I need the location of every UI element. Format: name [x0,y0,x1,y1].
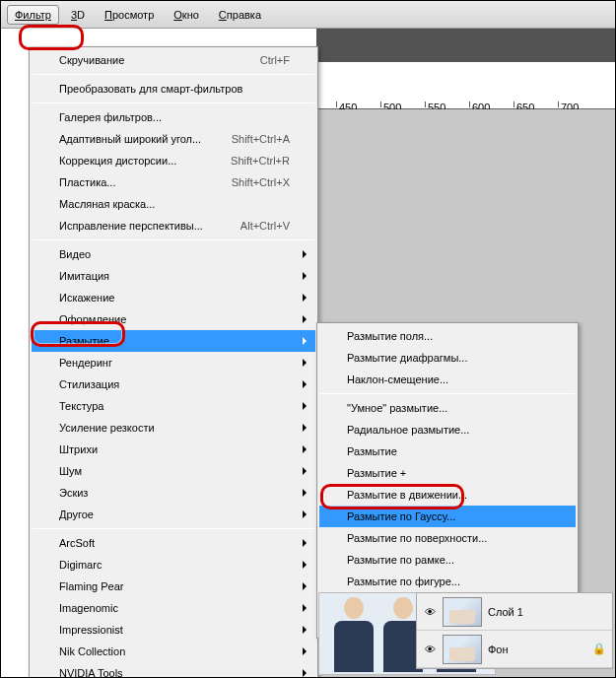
mi-texture[interactable]: Текстура [32,395,315,417]
mi-adaptive-wide[interactable]: Адаптивный широкий угол...Shift+Ctrl+A [32,128,315,150]
mi-last-filter[interactable]: СкручиваниеCtrl+F [32,49,315,71]
ruler-horizontal: 450 500 550 600 650 700 [316,92,615,109]
menu-filter-label: Фильтр [15,9,51,21]
ruler-tick: 650 [513,102,534,107]
submenu-arrow-icon [303,626,307,634]
mi-tilt-shift[interactable]: Наклон-смещение... [319,369,576,390]
mi-surface-blur[interactable]: Размытие по поверхности... [319,527,576,549]
submenu-arrow-icon [303,359,307,367]
ruler-tick: 550 [425,102,445,107]
submenu-arrow-icon [303,539,307,547]
mi-nvidia-tools[interactable]: NVIDIA Tools [32,662,315,678]
mi-radial-blur[interactable]: Радиальное размытие... [319,419,576,441]
submenu-arrow-icon [303,604,307,612]
menu-view[interactable]: Просмотр [97,5,162,25]
submenu-arrow-icon [303,294,307,302]
mi-digimarc[interactable]: Digimarc [32,554,315,576]
submenu-arrow-icon [303,647,307,655]
separator [33,239,314,240]
ruler-tick: 500 [380,102,401,107]
separator [33,102,314,103]
mi-filter-gallery[interactable]: Галерея фильтров... [32,106,315,128]
mi-field-blur[interactable]: Размытие поля... [319,325,576,347]
mi-blur[interactable]: Размытие [32,330,315,352]
layer-thumb[interactable] [443,597,482,627]
lock-icon: 🔒 [592,643,606,655]
submenu-arrow-icon [303,561,307,569]
submenu-arrow-icon [303,424,307,432]
mi-shape-blur[interactable]: Размытие по фигуре... [319,571,576,592]
separator [33,74,314,75]
mi-impressionist[interactable]: Impressionist [32,619,315,641]
layer-row[interactable]: 👁 Слой 1 [417,593,612,631]
mi-box-blur[interactable]: Размытие по рамке... [319,549,576,571]
ruler-tick: 600 [469,102,490,107]
mi-distort[interactable]: Искажение [32,287,315,308]
mi-iris-blur[interactable]: Размытие диафрагмы... [319,347,576,369]
mi-arcsoft[interactable]: ArcSoft [32,532,315,554]
mi-design[interactable]: Оформление [32,308,315,330]
mi-blur-basic[interactable]: Размытие [319,441,576,462]
layer-label: Слой 1 [488,606,523,618]
visibility-eye-icon[interactable]: 👁 [423,606,437,618]
submenu-arrow-icon [303,272,307,280]
mi-sharpen[interactable]: Усиление резкости [32,417,315,439]
layer-thumb[interactable] [443,635,482,664]
menu-filter[interactable]: Фильтр [7,5,59,25]
blur-submenu: Размытие поля... Размытие диафрагмы... Н… [316,322,579,639]
mi-motion-blur[interactable]: Размытие в движении... [319,484,576,506]
submenu-arrow-icon [303,669,307,677]
menu-window[interactable]: Окно [166,5,207,25]
mi-gaussian-blur[interactable]: Размытие по Гауссу... [319,506,576,527]
mi-other[interactable]: Другое [32,504,315,525]
mi-strokes[interactable]: Штрихи [32,439,315,460]
layers-panel: 👁 Слой 1 👁 Фон 🔒 [416,592,613,669]
mi-imagenomic[interactable]: Imagenomic [32,597,315,619]
layer-row[interactable]: 👁 Фон 🔒 [417,631,612,668]
menu-help[interactable]: Справка [211,5,269,25]
menu-3d[interactable]: 3D [63,5,93,25]
separator [33,528,314,529]
mi-video[interactable]: Видео [32,243,315,265]
mi-sketch[interactable]: Эскиз [32,482,315,504]
mi-flaming-pear[interactable]: Flaming Pear [32,576,315,597]
filter-menu: СкручиваниеCtrl+F Преобразовать для смар… [29,46,318,678]
submenu-arrow-icon [303,467,307,475]
mi-lens-correction[interactable]: Коррекция дисторсии...Shift+Ctrl+R [32,150,315,171]
mi-vanishing-point[interactable]: Исправление перспективы...Alt+Ctrl+V [32,215,315,237]
mi-stylize[interactable]: Стилизация [32,373,315,395]
layer-label: Фон [488,644,509,655]
submenu-arrow-icon [303,315,307,323]
ruler-tick: 450 [336,102,357,107]
mi-render[interactable]: Рендеринг [32,352,315,373]
submenu-arrow-icon [303,489,307,497]
mi-nik-collection[interactable]: Nik Collection [32,641,315,662]
submenu-arrow-icon [303,582,307,590]
submenu-arrow-icon [303,337,307,345]
submenu-arrow-icon [303,510,307,518]
canvas-topbar [316,29,615,62]
mi-liquify[interactable]: Пластика...Shift+Ctrl+X [32,171,315,193]
mi-blur-more[interactable]: Размытие + [319,462,576,484]
separator [320,393,575,394]
mi-smart-blur[interactable]: "Умное" размытие... [319,397,576,419]
submenu-arrow-icon [303,445,307,453]
submenu-arrow-icon [303,250,307,258]
mi-smart-filters[interactable]: Преобразовать для смарт-фильтров [32,78,315,100]
mi-noise[interactable]: Шум [32,460,315,482]
ruler-tick: 700 [558,102,579,107]
visibility-eye-icon[interactable]: 👁 [423,644,437,655]
mi-oil-paint[interactable]: Масляная краска... [32,193,315,215]
submenu-arrow-icon [303,380,307,388]
mi-artistic[interactable]: Имитация [32,265,315,287]
submenu-arrow-icon [303,402,307,410]
